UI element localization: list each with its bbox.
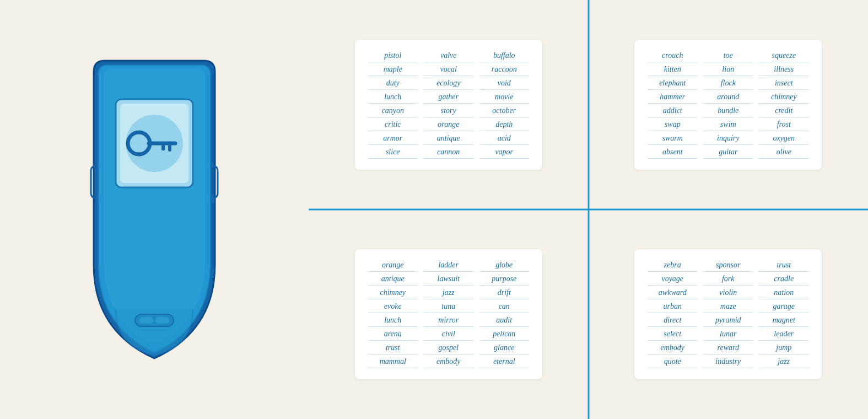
- word-row: arenacivilpelican: [368, 328, 529, 341]
- word-cell: globe: [479, 259, 529, 272]
- word-cell: lawsuit: [424, 273, 473, 286]
- word-cell: eternal: [479, 356, 529, 368]
- word-cell: purpose: [479, 273, 529, 286]
- word-row: maplevocalraccoon: [368, 63, 529, 76]
- word-cell: industry: [703, 356, 753, 368]
- word-cell: vapor: [479, 146, 529, 159]
- word-row: addictbundlecredit: [648, 105, 808, 117]
- word-row: lunchmirroraudit: [368, 314, 529, 327]
- word-cell: lion: [703, 63, 753, 76]
- word-cell: credit: [759, 105, 808, 117]
- word-cell: jump: [759, 342, 808, 354]
- word-cell: void: [479, 77, 529, 90]
- word-cell: evoke: [368, 300, 418, 313]
- word-cell: fork: [703, 273, 753, 286]
- word-row: antiquelawsuitpurpose: [368, 273, 529, 286]
- word-row: crouchtoesqueeze: [648, 50, 808, 62]
- word-cell: cradle: [759, 273, 808, 286]
- word-cell: hammer: [648, 91, 697, 104]
- word-row: kittenlionillness: [648, 63, 808, 76]
- word-row: quoteindustryjazz: [648, 356, 808, 368]
- word-row: lunchgathermovie: [368, 91, 529, 104]
- word-cell: chimney: [368, 287, 418, 299]
- word-row: swapswimfrost: [648, 119, 808, 131]
- word-cell: sponsor: [703, 259, 753, 272]
- word-cell: embody: [424, 356, 473, 368]
- word-cell: slice: [368, 146, 418, 159]
- word-cell: pelican: [479, 328, 529, 341]
- word-row: trustgospelglance: [368, 342, 529, 354]
- word-cell: ladder: [424, 259, 473, 272]
- key-fob-illustration: [0, 0, 309, 419]
- vertical-divider: [587, 0, 589, 419]
- word-grids-area: pistolvalvebuffalomaplevocalraccoondutye…: [309, 0, 868, 419]
- word-cell: nation: [759, 287, 808, 299]
- word-cell: chimney: [759, 91, 808, 104]
- word-cell: lunch: [368, 91, 418, 104]
- word-row: swarminquiryoxygen: [648, 132, 808, 145]
- word-cell: armor: [368, 132, 418, 145]
- word-row: absentguitarolive: [648, 146, 808, 159]
- word-row: urbanmazegarage: [648, 300, 808, 313]
- word-cell: maze: [703, 300, 753, 313]
- word-row: embodyrewardjump: [648, 342, 808, 354]
- word-cell: civil: [424, 328, 473, 341]
- word-cell: drift: [479, 287, 529, 299]
- word-cell: embody: [648, 342, 697, 354]
- word-cell: arena: [368, 328, 418, 341]
- word-cell: lunch: [368, 314, 418, 327]
- word-row: voyageforkcradle: [648, 273, 808, 286]
- word-row: zebrasponsortrust: [648, 259, 808, 272]
- word-cell: pyramid: [703, 314, 753, 327]
- word-cell: addict: [648, 105, 697, 117]
- word-cell: october: [479, 105, 529, 117]
- word-cell: swap: [648, 119, 697, 131]
- word-row: pistolvalvebuffalo: [368, 50, 529, 62]
- word-cell: frost: [759, 119, 808, 131]
- word-cell: duty: [368, 77, 418, 90]
- word-row: selectlunarleader: [648, 328, 808, 341]
- word-cell: awkward: [648, 287, 697, 299]
- word-cell: gospel: [424, 342, 473, 354]
- word-cell: voyage: [648, 273, 697, 286]
- word-cell: pistol: [368, 50, 418, 62]
- word-cell: mammal: [368, 356, 418, 368]
- word-cell: gather: [424, 91, 473, 104]
- word-cell: guitar: [703, 146, 753, 159]
- word-cell: urban: [648, 300, 697, 313]
- word-cell: magnet: [759, 314, 808, 327]
- word-cell: quote: [648, 356, 697, 368]
- word-cell: trust: [759, 259, 808, 272]
- word-card-top-right: crouchtoesqueezekittenlionillnesselephan…: [634, 40, 822, 170]
- word-cell: kitten: [648, 63, 697, 76]
- word-cell: tuna: [424, 300, 473, 313]
- word-row: evoketunacan: [368, 300, 529, 313]
- word-cell: story: [424, 105, 473, 117]
- word-cell: trust: [368, 342, 418, 354]
- word-cell: acid: [479, 132, 529, 145]
- word-cell: raccoon: [479, 63, 529, 76]
- word-cell: insect: [759, 77, 808, 90]
- word-card-bottom-right: zebrasponsortrustvoyageforkcradleawkward…: [634, 249, 822, 379]
- word-cell: mirror: [424, 314, 473, 327]
- word-cell: olive: [759, 146, 808, 159]
- word-cell: movie: [479, 91, 529, 104]
- word-cell: illness: [759, 63, 808, 76]
- quadrant-bottom-left: orangeladderglobeantiquelawsuitpurposech…: [309, 210, 589, 419]
- word-cell: lunar: [703, 328, 753, 341]
- word-cell: flock: [703, 77, 753, 90]
- word-row: dutyecologyvoid: [368, 77, 529, 90]
- word-cell: crouch: [648, 50, 697, 62]
- word-cell: ecology: [424, 77, 473, 90]
- word-cell: maple: [368, 63, 418, 76]
- word-cell: swarm: [648, 132, 697, 145]
- word-cell: buffalo: [479, 50, 529, 62]
- word-cell: antique: [368, 273, 418, 286]
- word-cell: jazz: [424, 287, 473, 299]
- word-cell: reward: [703, 342, 753, 354]
- word-cell: can: [479, 300, 529, 313]
- word-cell: toe: [703, 50, 753, 62]
- word-cell: orange: [424, 119, 473, 131]
- word-cell: squeeze: [759, 50, 808, 62]
- word-cell: leader: [759, 328, 808, 341]
